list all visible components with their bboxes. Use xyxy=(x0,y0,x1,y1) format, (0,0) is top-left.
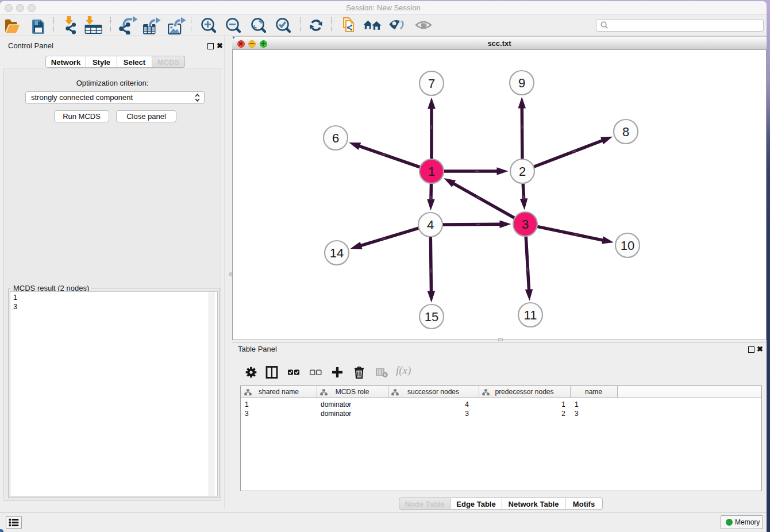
svg-text:11: 11 xyxy=(524,308,537,322)
svg-text:3: 3 xyxy=(522,217,529,232)
svg-text:10: 10 xyxy=(621,238,634,253)
svg-text:14: 14 xyxy=(330,246,344,260)
svg-text:15: 15 xyxy=(425,310,438,324)
svg-text:8: 8 xyxy=(622,125,629,139)
svg-text:9: 9 xyxy=(518,76,525,90)
svg-text:6: 6 xyxy=(332,131,339,145)
svg-text:7: 7 xyxy=(428,76,435,91)
svg-text:4: 4 xyxy=(427,218,434,232)
svg-text:2: 2 xyxy=(519,164,526,179)
svg-text:1: 1 xyxy=(428,164,435,179)
